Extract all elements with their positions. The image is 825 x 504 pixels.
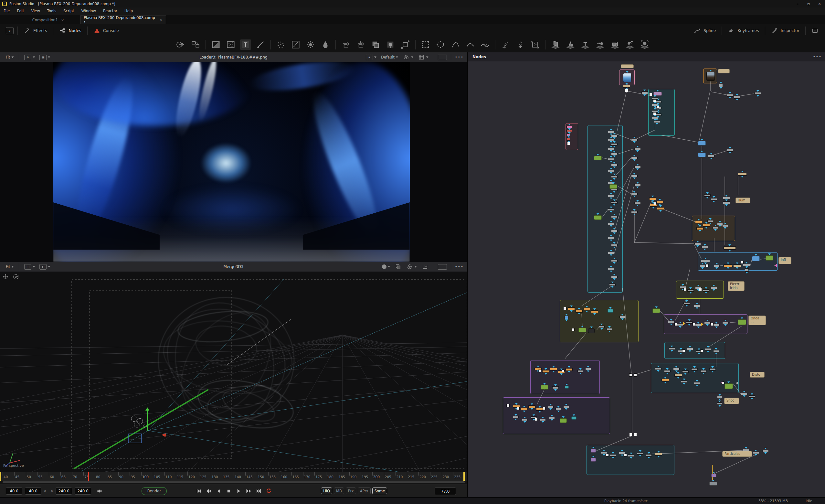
node[interactable] — [578, 370, 583, 372]
node[interactable] — [610, 454, 616, 456]
sticky-note-label[interactable] — [718, 69, 730, 73]
node[interactable] — [704, 322, 710, 323]
node[interactable] — [714, 324, 719, 326]
node[interactable] — [673, 368, 679, 370]
range-start-marker[interactable] — [0, 472, 1, 481]
node[interactable] — [635, 184, 641, 186]
audio-icon[interactable] — [96, 488, 103, 494]
node[interactable] — [727, 94, 733, 96]
spline-button[interactable]: Spline — [692, 27, 718, 34]
playhead[interactable] — [88, 472, 89, 481]
node[interactable] — [601, 452, 607, 453]
node-graph[interactable]: HumInflElectr icidaOnda · ·DistoShocPart… — [468, 61, 825, 497]
node[interactable] — [611, 230, 617, 232]
paint-mask-icon[interactable] — [479, 40, 491, 50]
node[interactable] — [607, 309, 613, 313]
menu-item-edit[interactable]: Edit — [13, 7, 27, 15]
color-wheels-icon[interactable]: ▼ — [401, 53, 415, 61]
color-curves-icon[interactable] — [290, 40, 301, 50]
node[interactable] — [738, 173, 746, 175]
node[interactable] — [560, 418, 567, 423]
node[interactable] — [687, 348, 693, 350]
node[interactable] — [541, 385, 548, 389]
node[interactable] — [711, 199, 717, 200]
dve-icon[interactable] — [355, 40, 366, 50]
forward-fast-button[interactable] — [245, 488, 252, 494]
node[interactable] — [703, 224, 709, 226]
node[interactable] — [738, 319, 746, 325]
maximize-button[interactable]: ▫ — [803, 0, 814, 7]
node[interactable] — [654, 113, 656, 115]
node[interactable] — [664, 370, 670, 372]
menu-item-reactor[interactable]: Reactor — [99, 7, 121, 15]
node[interactable] — [556, 408, 561, 410]
quality-aprx-button[interactable]: APrx — [358, 488, 371, 494]
reverse-play-button[interactable] — [215, 488, 222, 494]
node[interactable] — [565, 316, 568, 319]
node[interactable] — [694, 305, 700, 307]
node[interactable] — [635, 148, 641, 150]
node[interactable] — [680, 286, 686, 288]
render-start-field[interactable]: 40.0 — [25, 488, 42, 495]
merge-icon[interactable] — [370, 40, 381, 50]
node[interactable] — [606, 454, 608, 456]
node[interactable] — [741, 261, 743, 264]
node[interactable] — [608, 268, 614, 270]
range-end-marker[interactable] — [463, 472, 465, 481]
menu-item-script[interactable]: Script — [60, 7, 78, 15]
node[interactable] — [549, 417, 554, 419]
node[interactable] — [693, 323, 695, 326]
text-plus-icon[interactable] — [240, 40, 251, 50]
sticky-note-label[interactable]: Onda · · — [748, 315, 766, 325]
resize-icon[interactable] — [400, 40, 411, 50]
node[interactable] — [609, 284, 615, 285]
node[interactable] — [591, 458, 596, 462]
node[interactable] — [708, 155, 714, 157]
node[interactable] — [635, 166, 641, 168]
node[interactable] — [723, 322, 728, 323]
camera-3d-icon[interactable] — [609, 40, 620, 50]
node[interactable] — [655, 453, 662, 455]
current-frame-field[interactable]: 77.0 — [435, 488, 456, 495]
node[interactable] — [752, 256, 760, 261]
keyframes-button[interactable]: Keyframes — [726, 27, 761, 34]
grid-icon[interactable]: ▼ — [417, 53, 430, 61]
node[interactable] — [576, 310, 582, 312]
tab-composition1[interactable]: Composition1 × — [19, 16, 77, 24]
spot-light-3d-icon[interactable] — [624, 40, 635, 50]
go-first-button[interactable] — [195, 488, 202, 494]
node[interactable] — [713, 227, 718, 229]
close-button[interactable]: × — [814, 0, 825, 7]
sticky-note-label[interactable] — [621, 64, 634, 68]
fast-noise-icon[interactable] — [225, 40, 236, 50]
particle-render-icon[interactable] — [530, 40, 541, 50]
node[interactable] — [705, 349, 711, 350]
node[interactable] — [708, 220, 713, 222]
node[interactable] — [654, 202, 656, 205]
node[interactable] — [567, 138, 570, 140]
node[interactable] — [711, 323, 713, 326]
channel-dropdown[interactable]: ▢▼ — [23, 264, 36, 270]
text-3d-icon[interactable] — [580, 40, 591, 50]
quality-some-button[interactable]: Some — [372, 488, 387, 494]
node[interactable] — [653, 308, 660, 313]
node[interactable] — [741, 393, 747, 395]
node[interactable] — [572, 329, 574, 331]
menu-item-view[interactable]: View — [28, 7, 44, 15]
node[interactable] — [694, 382, 700, 384]
transform-icon[interactable] — [340, 40, 351, 50]
node[interactable] — [540, 419, 545, 421]
node[interactable] — [700, 265, 705, 267]
node[interactable] — [594, 156, 602, 160]
sticky-note-label[interactable]: Disto — [750, 372, 765, 378]
node[interactable] — [700, 370, 706, 372]
bspline-mask-icon[interactable] — [465, 40, 476, 50]
node[interactable] — [611, 164, 617, 166]
zoom-dropdown[interactable]: Fit▼ — [5, 264, 15, 270]
node[interactable] — [611, 276, 617, 278]
node[interactable] — [650, 93, 652, 96]
timeline-range-bar[interactable] — [0, 481, 467, 484]
node[interactable] — [724, 265, 732, 267]
step-forward-button[interactable]: > — [49, 489, 56, 493]
ellipse-mask-icon[interactable] — [435, 40, 446, 50]
